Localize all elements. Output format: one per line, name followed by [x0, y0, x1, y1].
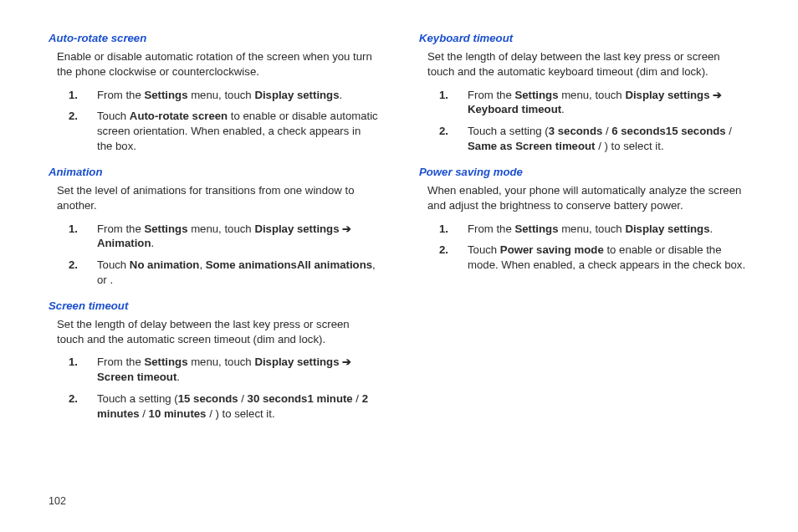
step-item: From the Settings menu, touch Display se…: [439, 88, 749, 118]
bold-text: 1 minute: [307, 392, 352, 405]
section-description: Set the length of delay between the last…: [49, 317, 379, 347]
bold-text: 15 seconds: [178, 392, 238, 405]
step-item: Touch No animation, Some animationsAll a…: [69, 258, 379, 288]
bold-text: Animation: [97, 237, 151, 249]
section: AnimationSet the level of animations for…: [49, 166, 379, 288]
bold-text: 30 seconds: [248, 392, 308, 405]
step-list: From the Settings menu, touch Display se…: [419, 222, 749, 273]
bold-text: 6 seconds: [611, 125, 666, 137]
step-item: Touch a setting (15 seconds / 30 seconds…: [69, 391, 379, 422]
step-item: From the Settings menu, touch Display se…: [69, 222, 379, 252]
section-title: Power saving mode: [419, 166, 749, 178]
step-list: From the Settings menu, touch Display se…: [49, 355, 379, 421]
bold-text: All animations: [297, 258, 372, 271]
bold-text: 15 seconds: [666, 125, 726, 137]
bold-text: Display settings: [625, 223, 709, 235]
bold-text: Display settings: [254, 89, 339, 101]
bold-text: Auto-rotate screen: [130, 110, 228, 122]
arrow-icon: ➔: [342, 356, 351, 368]
arrow-icon: ➔: [342, 223, 351, 235]
bold-text: Display settings: [625, 89, 713, 101]
step-list: From the Settings menu, touch Display se…: [49, 222, 379, 288]
page-body: Auto-rotate screenEnable or disable auto…: [0, 0, 798, 483]
bold-text: No animation: [130, 258, 200, 271]
arrow-icon: ➔: [713, 89, 722, 101]
bold-text: Keyboard timeout: [468, 103, 561, 115]
bold-text: Settings: [514, 223, 558, 235]
step-list: From the Settings menu, touch Display se…: [419, 88, 749, 154]
step-item: Touch a setting (3 seconds / 6 seconds15…: [439, 124, 749, 154]
section-title: Keyboard timeout: [419, 32, 749, 44]
page-number: 102: [49, 495, 66, 507]
section: Screen timeoutSet the length of delay be…: [49, 299, 379, 422]
bold-text: Screen timeout: [97, 371, 176, 383]
bold-text: Same as Screen timeout: [468, 140, 595, 152]
bold-text: Display settings: [254, 223, 342, 235]
bold-text: Settings: [144, 89, 187, 101]
section-description: Set the length of delay between the last…: [419, 49, 749, 79]
section: Keyboard timeoutSet the length of delay …: [419, 32, 749, 154]
section-title: Animation: [49, 166, 379, 178]
step-item: From the Settings menu, touch Display se…: [69, 88, 379, 103]
step-item: From the Settings menu, touch Display se…: [439, 222, 749, 237]
bold-text: Settings: [144, 223, 187, 235]
section-title: Screen timeout: [49, 299, 379, 312]
bold-text: Power saving mode: [500, 243, 604, 256]
section-title: Auto-rotate screen: [49, 32, 379, 44]
section-description: When enabled, your phone will automatica…: [419, 183, 749, 213]
bold-text: Settings: [144, 356, 187, 368]
section-description: Set the level of animations for transiti…: [49, 183, 379, 213]
step-list: From the Settings menu, touch Display se…: [49, 88, 379, 154]
step-item: Touch Power saving mode to enable or dis…: [439, 243, 749, 273]
bold-text: 10 minutes: [149, 407, 207, 420]
bold-text: 3 seconds: [549, 125, 603, 137]
section: Auto-rotate screenEnable or disable auto…: [49, 32, 379, 154]
bold-text: Display settings: [254, 356, 342, 368]
bold-text: Settings: [514, 89, 558, 101]
step-item: Touch Auto-rotate screen to enable or di…: [69, 109, 379, 153]
bold-text: Some animations: [206, 258, 297, 271]
section-description: Enable or disable automatic rotation of …: [49, 49, 379, 79]
step-item: From the Settings menu, touch Display se…: [69, 355, 379, 385]
section: Power saving modeWhen enabled, your phon…: [419, 166, 749, 273]
